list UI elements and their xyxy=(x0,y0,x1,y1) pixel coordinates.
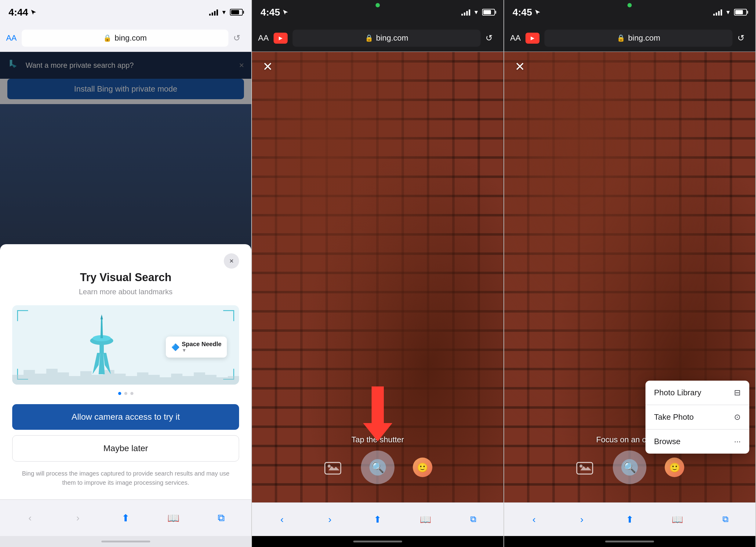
bookmarks-safari-3[interactable]: 📖 xyxy=(668,510,687,529)
forward-icon-1: › xyxy=(76,512,80,523)
tabs-button-1[interactable]: ⧉ xyxy=(212,509,231,527)
aa-button-1[interactable]: AA xyxy=(6,33,17,43)
home-bar-2 xyxy=(353,541,402,542)
back-chevron-2: ‹ xyxy=(280,514,284,525)
gallery-button-2[interactable] xyxy=(323,458,343,477)
lock-icon-2: 🔒 xyxy=(365,34,373,42)
context-menu-photo-library[interactable]: Photo Library ⊟ xyxy=(645,381,749,405)
tabs-icon-2: ⧉ xyxy=(470,514,476,524)
wifi-icon-3: ▾ xyxy=(726,8,730,16)
bookmarks-safari-2[interactable]: 📖 xyxy=(416,510,435,529)
shutter-button-3[interactable]: 🔍 xyxy=(613,451,646,484)
aa-button-2[interactable]: AA xyxy=(258,33,269,43)
status-time-1: 4:44 xyxy=(9,7,37,18)
arrow-head-2 xyxy=(363,423,392,441)
url-bar-1[interactable]: 🔒 bing.com xyxy=(22,30,229,47)
space-needle-tooltip: 🔷 Space Needle ▼ xyxy=(166,336,227,357)
home-bar-1 xyxy=(101,541,150,542)
dots-indicator xyxy=(12,392,239,395)
lock-icon-1: 🔒 xyxy=(103,34,111,42)
context-menu-take-photo[interactable]: Take Photo ⊙ xyxy=(645,405,749,429)
dot-3 xyxy=(130,392,133,395)
search-in-shutter-3: 🔍 xyxy=(621,459,638,476)
bookmarks-button-1[interactable]: 📖 xyxy=(164,509,183,527)
avatar-button-2[interactable]: 🙂 xyxy=(413,458,432,477)
back-safari-3[interactable]: ‹ xyxy=(525,510,543,529)
camera-controls-2: 🔍 🙂 xyxy=(252,451,503,484)
allow-camera-button[interactable]: Allow camera access to try it xyxy=(12,404,239,430)
reload-icon-1[interactable]: ↺ xyxy=(233,33,245,43)
reload-icon-3[interactable]: ↺ xyxy=(737,33,749,43)
address-bar-2: AA 🔒 bing.com ↺ xyxy=(252,24,503,52)
modal-close-button[interactable]: × xyxy=(224,253,239,269)
battery-3 xyxy=(734,9,747,16)
context-menu-browse[interactable]: Browse ··· xyxy=(645,429,749,454)
share-icon-safari-2: ⬆ xyxy=(374,514,381,525)
modal-overlay: × Try Visual Search Learn more about lan… xyxy=(0,52,251,499)
signal-bar-3-3 xyxy=(718,11,720,16)
share-safari-3[interactable]: ⬆ xyxy=(620,510,639,529)
safari-bottom-2: ‹ › ⬆ 📖 ⧉ xyxy=(252,502,503,536)
location-arrow-icon-1 xyxy=(31,9,37,15)
camera-close-button-2[interactable]: ✕ xyxy=(259,58,276,75)
status-bar-2: 4:45 ▾ xyxy=(252,0,503,24)
gallery-button-3[interactable] xyxy=(575,458,594,477)
modal-title: Try Visual Search xyxy=(12,271,239,284)
signal-bar-2-3 xyxy=(466,11,468,16)
signal-bar-2-2 xyxy=(464,13,465,16)
signal-bar-1 xyxy=(209,14,211,16)
share-button-1[interactable]: ⬆ xyxy=(117,509,135,527)
signal-bar-3-2 xyxy=(716,13,717,16)
book-icon-2: 📖 xyxy=(420,514,431,525)
status-time-2: 4:45 xyxy=(260,7,289,18)
forward-safari-3[interactable]: › xyxy=(573,510,591,529)
home-indicator-2 xyxy=(252,536,503,547)
camera-close-icon-3: ✕ xyxy=(515,60,525,74)
location-arrow-icon-2 xyxy=(282,9,289,15)
tabs-safari-3[interactable]: ⧉ xyxy=(716,510,735,529)
battery-1 xyxy=(230,9,243,16)
url-bar-3[interactable]: 🔒 bing.com xyxy=(544,30,732,47)
lock-icon-3: 🔒 xyxy=(617,34,625,42)
maybe-later-text: Maybe later xyxy=(104,444,148,453)
camera-view-3: ✕ Focus on an object 🔍 🙂 xyxy=(504,52,755,502)
browse-label: Browse xyxy=(654,437,681,446)
battery-fill-2 xyxy=(483,10,491,14)
maybe-later-button[interactable]: Maybe later xyxy=(12,435,239,462)
svg-point-10 xyxy=(328,465,331,468)
wifi-icon-2: ▾ xyxy=(474,8,478,16)
forward-safari-2[interactable]: › xyxy=(321,510,339,529)
camera-close-button-3[interactable]: ✕ xyxy=(511,58,529,75)
forward-button-1[interactable]: › xyxy=(69,509,87,527)
camera-recording-icon-2 xyxy=(274,33,288,44)
signal-bar-4 xyxy=(216,9,218,16)
signal-bar-3-4 xyxy=(721,9,722,16)
avatar-button-3[interactable]: 🙂 xyxy=(665,458,684,477)
camera-controls-3: 🔍 🙂 xyxy=(504,451,755,484)
status-bar-1: 4:44 ▾ xyxy=(0,0,251,24)
reload-icon-2[interactable]: ↺ xyxy=(485,33,497,43)
take-photo-icon: ⊙ xyxy=(734,412,741,422)
search-icon-3: 🔍 xyxy=(623,461,636,473)
url-text-1: bing.com xyxy=(114,33,147,43)
back-safari-2[interactable]: ‹ xyxy=(273,510,291,529)
space-needle-illustration xyxy=(80,313,123,374)
back-chevron-3: ‹ xyxy=(532,514,536,525)
aa-button-3[interactable]: AA xyxy=(510,33,521,43)
svg-marker-6 xyxy=(100,316,103,338)
book-icon-3: 📖 xyxy=(672,514,683,525)
signal-bar-2 xyxy=(212,13,213,16)
wifi-icon-1: ▾ xyxy=(222,8,226,16)
back-button-1[interactable]: ‹ xyxy=(21,509,39,527)
tabs-safari-2[interactable]: ⧉ xyxy=(464,510,482,529)
status-bar-3: 4:45 ▾ xyxy=(504,0,755,24)
panel-1: 4:44 ▾ AA 🔒 bing.com ↺ xyxy=(0,0,252,547)
back-icon-1: ‹ xyxy=(28,512,32,523)
share-safari-2[interactable]: ⬆ xyxy=(369,510,387,529)
url-bar-2[interactable]: 🔒 bing.com xyxy=(293,30,481,47)
signal-bars-1 xyxy=(209,9,218,16)
browse-icon: ··· xyxy=(734,437,741,446)
status-icons-3: ▾ xyxy=(713,8,747,16)
svg-point-13 xyxy=(580,465,583,468)
shutter-button-2[interactable]: 🔍 xyxy=(361,451,394,484)
